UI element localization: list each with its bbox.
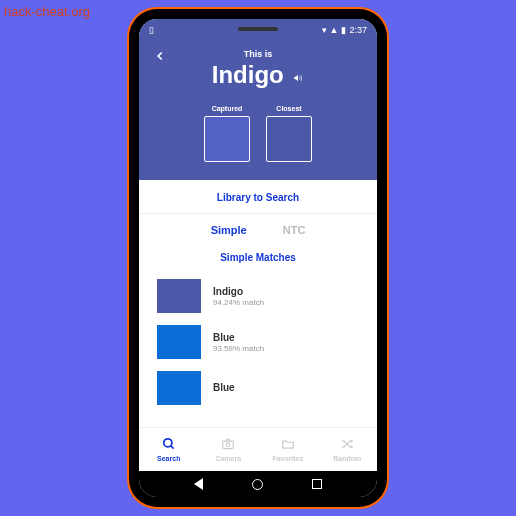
bottom-nav: Search Camera Favorites <box>139 427 377 471</box>
match-percent: 94.24% match <box>213 298 359 307</box>
status-bar: ▯ ▾ ▲ ▮ 2:37 <box>139 19 377 41</box>
tab-ntc[interactable]: NTC <box>283 224 306 236</box>
nav-label: Favorites <box>272 455 303 462</box>
this-is-label: This is <box>153 49 363 59</box>
match-percent: 93.58% match <box>213 344 359 353</box>
camera-icon <box>221 437 235 454</box>
list-item[interactable]: Indigo 94.24% match <box>139 273 377 319</box>
list-item[interactable]: Blue <box>139 365 377 411</box>
speaker-icon[interactable] <box>292 73 304 85</box>
nav-favorites[interactable]: Favorites <box>258 428 318 471</box>
tab-simple[interactable]: Simple <box>211 224 247 236</box>
captured-swatch-group: Captured <box>204 105 250 162</box>
watermark-text: hack-cheat.org <box>4 4 90 19</box>
android-nav-bar <box>139 471 377 497</box>
nav-label: Search <box>157 455 180 462</box>
match-name: Indigo <box>213 286 359 297</box>
library-title: Library to Search <box>139 180 377 214</box>
match-name: Blue <box>213 332 359 343</box>
content-area: Library to Search Simple NTC Simple Matc… <box>139 180 377 471</box>
captured-swatch <box>204 116 250 162</box>
android-home-button[interactable] <box>251 477 265 491</box>
battery-icon: ▮ <box>341 25 346 35</box>
android-recent-button[interactable] <box>310 477 324 491</box>
closest-label: Closest <box>266 105 312 112</box>
match-name: Blue <box>213 382 359 393</box>
nav-random[interactable]: Random <box>318 428 378 471</box>
library-tabs: Simple NTC <box>139 214 377 246</box>
shuffle-icon <box>340 437 354 454</box>
search-icon <box>162 437 176 454</box>
match-list: Indigo 94.24% match Blue 93.58% match Bl… <box>139 273 377 427</box>
status-time: 2:37 <box>349 25 367 35</box>
svg-point-3 <box>227 443 231 447</box>
svg-point-0 <box>164 439 172 447</box>
closest-swatch <box>266 116 312 162</box>
matches-title: Simple Matches <box>139 246 377 273</box>
closest-swatch-group: Closest <box>266 105 312 162</box>
nav-search[interactable]: Search <box>139 428 199 471</box>
wifi-icon: ▾ <box>322 25 327 35</box>
phone-frame: ▯ ▾ ▲ ▮ 2:37 This is Indigo Ca <box>129 9 387 507</box>
captured-label: Captured <box>204 105 250 112</box>
nav-camera[interactable]: Camera <box>199 428 259 471</box>
signal-icon: ▲ <box>330 25 339 35</box>
list-item[interactable]: Blue 93.58% match <box>139 319 377 365</box>
svg-line-1 <box>171 446 174 449</box>
match-swatch <box>157 371 201 405</box>
nav-label: Camera <box>215 455 241 462</box>
folder-icon <box>281 437 295 454</box>
nav-label: Random <box>333 455 361 462</box>
swatch-row: Captured Closest <box>153 105 363 162</box>
match-swatch <box>157 279 201 313</box>
back-button[interactable] <box>153 47 167 68</box>
header: This is Indigo Captured Closest <box>139 41 377 180</box>
svg-rect-2 <box>223 441 234 449</box>
color-name-title: Indigo <box>212 61 284 89</box>
screen: ▯ ▾ ▲ ▮ 2:37 This is Indigo Ca <box>139 19 377 497</box>
match-swatch <box>157 325 201 359</box>
sim-icon: ▯ <box>149 25 154 35</box>
android-back-button[interactable] <box>192 477 206 491</box>
